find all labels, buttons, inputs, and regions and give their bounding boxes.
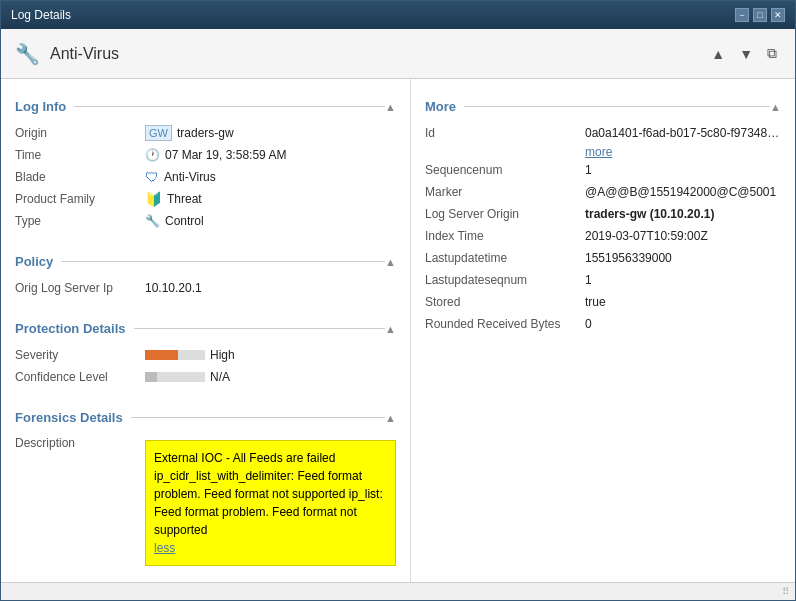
product-family-label: Product Family [15, 192, 145, 206]
blade-label: Blade [15, 170, 145, 184]
more-section-title: More [425, 99, 456, 114]
confidence-value: N/A [145, 370, 230, 384]
stored-label: Stored [425, 295, 585, 309]
table-row: Marker @A@@B@1551942000@C@5001 [425, 181, 781, 203]
severity-text: High [210, 348, 235, 362]
nav-up-button[interactable]: ▲ [707, 43, 729, 64]
rounded-received-bytes-label: Rounded Received Bytes [425, 317, 585, 331]
description-label: Description [15, 436, 145, 450]
toolbar: 🔧 Anti-Virus ▲ ▼ ⧉ [1, 29, 795, 79]
index-time-label: Index Time [425, 229, 585, 243]
marker-value: @A@@B@1551942000@C@5001 [585, 185, 776, 199]
lastupdatetime-value: 1551956339000 [585, 251, 672, 265]
maximize-button[interactable]: □ [753, 8, 767, 22]
table-row: Confidence Level N/A [15, 366, 396, 388]
table-row: Log Server Origin traders-gw (10.10.20.1… [425, 203, 781, 225]
type-label: Type [15, 214, 145, 228]
table-row: Blade 🛡 Anti-Virus [15, 166, 396, 188]
control-icon: 🔧 [145, 214, 160, 228]
log-info-chevron[interactable]: ▲ [385, 101, 396, 113]
table-row: Severity High [15, 344, 396, 366]
confidence-fill [145, 372, 157, 382]
product-family-value: 🔰 Threat [145, 191, 202, 207]
table-row: Rounded Received Bytes 0 [425, 313, 781, 335]
origin-label: Origin [15, 126, 145, 140]
table-row: Product Family 🔰 Threat [15, 188, 396, 210]
title-bar-left: Log Details [11, 8, 71, 22]
origin-value: GW traders-gw [145, 125, 234, 141]
copy-button[interactable]: ⧉ [763, 43, 781, 64]
nav-down-button[interactable]: ▼ [735, 43, 757, 64]
wrench-icon: 🔧 [15, 42, 40, 66]
table-row: Stored true [425, 291, 781, 313]
confidence-label: Confidence Level [15, 370, 145, 384]
more-link[interactable]: more [585, 145, 781, 159]
severity-bar [145, 350, 205, 360]
minimize-button[interactable]: − [735, 8, 749, 22]
toolbar-title: Anti-Virus [50, 45, 119, 63]
sequencenum-value: 1 [585, 163, 592, 177]
log-info-title: Log Info [15, 99, 66, 114]
table-row: Type 🔧 Control [15, 210, 396, 232]
bottom-bar: ⠿ [1, 582, 795, 600]
lastupdateseqnum-value: 1 [585, 273, 592, 287]
index-time-value: 2019-03-07T10:59:00Z [585, 229, 708, 243]
forensics-details-chevron[interactable]: ▲ [385, 412, 396, 424]
close-button[interactable]: ✕ [771, 8, 785, 22]
policy-chevron[interactable]: ▲ [385, 256, 396, 268]
stored-value: true [585, 295, 606, 309]
confidence-bar [145, 372, 205, 382]
title-bar: Log Details − □ ✕ [1, 1, 795, 29]
log-server-origin-value: traders-gw (10.10.20.1) [585, 207, 714, 221]
marker-label: Marker [425, 185, 585, 199]
table-row: Lastupdatetime 1551956339000 [425, 247, 781, 269]
rounded-received-bytes-value: 0 [585, 317, 592, 331]
antivirus-icon: 🛡 [145, 169, 159, 185]
table-row: Time 🕐 07 Mar 19, 3:58:59 AM [15, 144, 396, 166]
description-box: External IOC - All Feeds are failed ip_c… [145, 440, 396, 566]
toolbar-left: 🔧 Anti-Virus [15, 42, 119, 66]
policy-header: Policy ▲ [15, 254, 396, 269]
severity-value: High [145, 348, 235, 362]
log-server-origin-label: Log Server Origin [425, 207, 585, 221]
gateway-icon: GW [145, 125, 172, 141]
blade-value: 🛡 Anti-Virus [145, 169, 216, 185]
orig-log-server-value: 10.10.20.1 [145, 281, 202, 295]
type-value: 🔧 Control [145, 214, 204, 228]
table-row: Index Time 2019-03-07T10:59:00Z [425, 225, 781, 247]
clock-icon: 🕐 [145, 148, 160, 162]
log-info-header: Log Info ▲ [15, 99, 396, 114]
table-row: Lastupdateseqnum 1 [425, 269, 781, 291]
description-box-container: External IOC - All Feeds are failed ip_c… [145, 436, 396, 566]
table-row: Origin GW traders-gw [15, 122, 396, 144]
id-label: Id [425, 126, 585, 140]
forensics-details-header: Forensics Details ▲ [15, 410, 396, 425]
protection-divider [134, 328, 386, 329]
lastupdatetime-label: Lastupdatetime [425, 251, 585, 265]
window-title: Log Details [11, 8, 71, 22]
more-divider [464, 106, 770, 107]
sequencenum-label: Sequencenum [425, 163, 585, 177]
protection-details-chevron[interactable]: ▲ [385, 323, 396, 335]
protection-details-header: Protection Details ▲ [15, 321, 396, 336]
confidence-text: N/A [210, 370, 230, 384]
title-bar-controls: − □ ✕ [735, 8, 785, 22]
left-panel: Log Info ▲ Origin GW traders-gw Time 🕐 0… [1, 79, 411, 582]
less-link[interactable]: less [154, 541, 175, 555]
table-row: Sequencenum 1 [425, 159, 781, 181]
severity-fill [145, 350, 178, 360]
table-row: Id 0a0a1401-f6ad-b017-5c80-f97348d700... [425, 122, 781, 144]
id-value: 0a0a1401-f6ad-b017-5c80-f97348d700... [585, 126, 781, 140]
lastupdateseqnum-label: Lastupdateseqnum [425, 273, 585, 287]
forensics-divider [131, 417, 385, 418]
more-chevron[interactable]: ▲ [770, 101, 781, 113]
policy-title: Policy [15, 254, 53, 269]
resize-icon: ⠿ [782, 586, 789, 597]
toolbar-right: ▲ ▼ ⧉ [707, 43, 781, 64]
forensics-details-title: Forensics Details [15, 410, 123, 425]
table-row: Description External IOC - All Feeds are… [15, 433, 396, 569]
log-info-divider [74, 106, 385, 107]
more-section-header: More ▲ [425, 99, 781, 114]
policy-divider [61, 261, 385, 262]
log-details-window: Log Details − □ ✕ 🔧 Anti-Virus ▲ ▼ ⧉ Log… [0, 0, 796, 601]
